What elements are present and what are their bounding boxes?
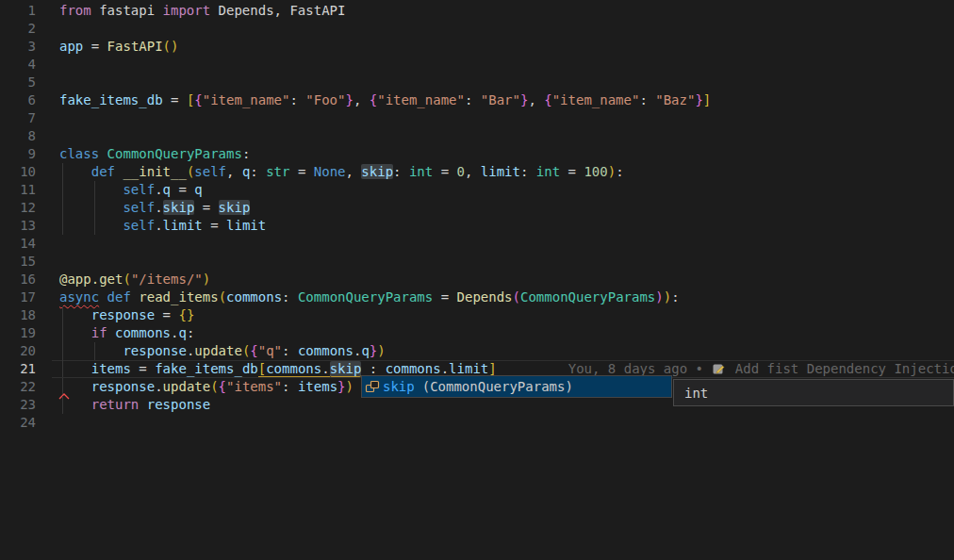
code-text: response.update({"items": items}) (52, 379, 354, 394)
code-text: self.limit = limit (52, 218, 266, 233)
code-text: response.update({"q": commons.q}) (52, 343, 386, 358)
indent-guide (62, 306, 63, 324)
indent-guide (94, 342, 95, 360)
line-number[interactable]: 3 (0, 38, 36, 56)
line-number[interactable]: 22 (0, 378, 36, 396)
code-line[interactable] (52, 235, 954, 253)
indent-guide (62, 324, 63, 342)
indent-guide (62, 217, 63, 235)
code-line[interactable]: response = {} (52, 306, 954, 324)
code-text (52, 74, 59, 90)
code-line[interactable]: async def read_items(commons: CommonQuer… (52, 288, 954, 306)
code-text (52, 110, 59, 125)
code-line[interactable]: fake_items_db = [{"item_name": "Foo"}, {… (52, 91, 954, 109)
code-text: items = fake_items_db[commons.skip : com… (52, 361, 497, 376)
code-line[interactable] (52, 253, 954, 271)
code-text: if commons.q: (52, 325, 194, 340)
code-text (52, 128, 59, 143)
code-line[interactable]: @app.get("/items/") (52, 271, 954, 288)
line-number[interactable]: 20 (0, 342, 36, 360)
code-line[interactable]: app = FastAPI() (52, 38, 954, 56)
code-line[interactable]: if commons.q: (52, 324, 954, 342)
indent-guide (94, 217, 95, 235)
code-text: @app.get("/items/") (52, 272, 210, 287)
suggest-item-skip[interactable]: skip (CommonQueryParams) (362, 376, 671, 397)
line-number[interactable]: 19 (0, 324, 36, 342)
code-line[interactable] (52, 74, 954, 91)
line-number[interactable]: 8 (0, 127, 36, 145)
suggest-detail: (CommonQueryParams) (422, 379, 573, 394)
line-number[interactable]: 16 (0, 271, 36, 288)
code-area[interactable]: from fastapi import Depends, FastAPIapp … (52, 2, 954, 432)
indent-guide (62, 342, 63, 360)
indent-guide (62, 360, 63, 378)
code-line[interactable] (52, 56, 954, 74)
code-line[interactable]: def __init__(self, q: str = None, skip: … (52, 163, 954, 181)
line-number[interactable]: 1 (0, 2, 36, 20)
code-line[interactable]: response.update({"q": commons.q}) (52, 342, 954, 360)
line-number[interactable]: 17 (0, 288, 36, 306)
code-text: self.q = q (52, 182, 203, 197)
field-icon (365, 379, 380, 394)
line-number[interactable]: 14 (0, 235, 36, 253)
line-number[interactable]: 11 (0, 181, 36, 199)
line-number[interactable]: 4 (0, 56, 36, 74)
code-text: return response (52, 397, 210, 412)
git-blame-annotation: You, 8 days ago • Add fist Dependency In… (568, 361, 954, 376)
line-number[interactable]: 21 (0, 360, 36, 378)
code-text (52, 21, 59, 36)
code-text (52, 236, 59, 251)
code-line[interactable] (52, 109, 954, 127)
line-number[interactable]: 15 (0, 253, 36, 271)
code-text (52, 415, 59, 430)
line-number[interactable]: 2 (0, 20, 36, 38)
indent-guide (62, 396, 63, 414)
memo-icon (711, 361, 727, 376)
indent-guide (62, 199, 63, 217)
code-text: fake_items_db = [{"item_name": "Foo"}, {… (52, 92, 711, 107)
indent-guide (62, 181, 63, 199)
suggest-widget: skip (CommonQueryParams) (361, 375, 672, 398)
suggest-doc-text: int (684, 386, 708, 401)
line-number[interactable]: 13 (0, 217, 36, 235)
code-line[interactable] (52, 127, 954, 145)
line-number[interactable]: 23 (0, 396, 36, 414)
code-editor: 123456789101112131415161718192021222324 … (0, 0, 954, 560)
code-line[interactable]: self.q = q (52, 181, 954, 199)
line-number[interactable]: 5 (0, 74, 36, 91)
line-number[interactable]: 6 (0, 91, 36, 109)
line-number[interactable]: 7 (0, 109, 36, 127)
indent-guide (94, 181, 95, 199)
suggest-label: skip (383, 379, 415, 394)
line-number[interactable]: 12 (0, 199, 36, 217)
code-text: from fastapi import Depends, FastAPI (52, 3, 345, 18)
line-number[interactable]: 9 (0, 145, 36, 163)
code-text: async def read_items(commons: CommonQuer… (52, 289, 680, 305)
code-line[interactable]: from fastapi import Depends, FastAPI (52, 2, 954, 20)
indent-guide (94, 199, 95, 217)
indent-guide (62, 163, 63, 181)
code-text: def __init__(self, q: str = None, skip: … (52, 164, 624, 179)
suggest-docs-panel: int (673, 379, 954, 406)
code-line[interactable]: self.limit = limit (52, 217, 954, 235)
code-text: self.skip = skip (52, 200, 250, 215)
line-number[interactable]: 18 (0, 306, 36, 324)
gutter: 123456789101112131415161718192021222324 (0, 2, 36, 432)
code-text: response = {} (52, 307, 194, 322)
code-line[interactable] (52, 414, 954, 432)
code-text (52, 57, 59, 72)
code-line[interactable]: self.skip = skip (52, 199, 954, 217)
code-text: app = FastAPI() (52, 39, 178, 54)
code-text (52, 254, 59, 269)
code-line[interactable] (52, 20, 954, 38)
line-number[interactable]: 24 (0, 414, 36, 432)
code-line[interactable]: class CommonQueryParams: (52, 145, 954, 163)
code-text: class CommonQueryParams: (52, 146, 250, 161)
line-number[interactable]: 10 (0, 163, 36, 181)
